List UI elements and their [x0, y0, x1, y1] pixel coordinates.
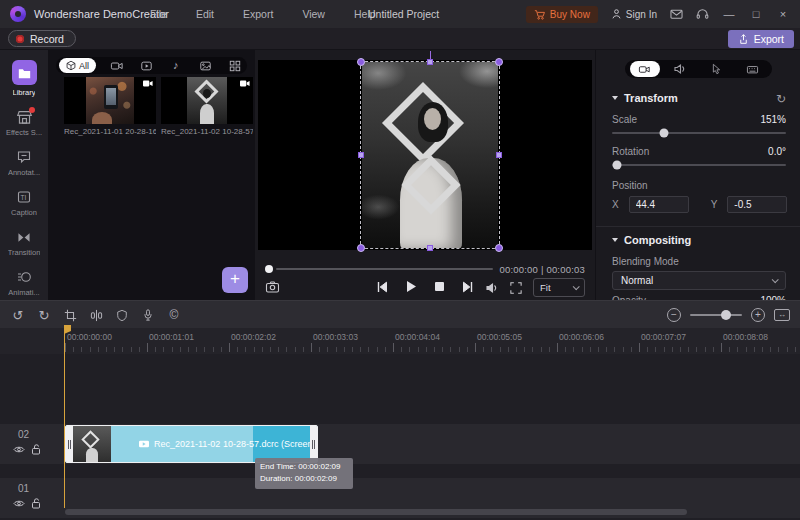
clip-trim-handle-left[interactable] [66, 426, 73, 462]
resize-handle-top-left[interactable] [357, 58, 365, 66]
clip-video-icon [139, 440, 149, 448]
zoom-out-button[interactable]: − [667, 308, 681, 322]
microphone-button[interactable] [140, 307, 156, 323]
media-tab-bar: All ♪ [56, 57, 247, 74]
fullscreen-icon[interactable] [510, 282, 522, 294]
zoom-in-button[interactable]: + [751, 308, 765, 322]
sidebar-item-label: Transition [8, 248, 41, 257]
play-button[interactable] [405, 280, 417, 293]
menu-file[interactable]: File [150, 8, 167, 20]
sign-in-button[interactable]: Sign In [611, 8, 657, 20]
mail-icon[interactable] [670, 8, 683, 20]
media-tab-audio[interactable]: ♪ [167, 60, 185, 71]
add-media-button[interactable]: + [222, 267, 248, 293]
tab-audio[interactable] [666, 61, 696, 77]
timeline: 00:00:00:00 00:00:01:01 00:00:02:02 00:0… [0, 328, 800, 520]
track-visibility-icon[interactable] [13, 445, 25, 454]
menu-edit[interactable]: Edit [196, 8, 214, 20]
tab-caption[interactable] [737, 61, 767, 77]
sidebar-item-annotations[interactable]: Annotat... [0, 149, 48, 177]
sidebar-item-transition[interactable]: Transition [0, 229, 48, 257]
support-headset-icon[interactable] [696, 8, 709, 20]
export-button[interactable]: Export [728, 30, 794, 48]
resize-handle-bottom[interactable] [427, 245, 433, 251]
buy-now-button[interactable]: Buy Now [526, 6, 598, 23]
media-clip-name: Rec_2021-11-02 10-28-57.... [161, 127, 253, 136]
playback-time: 00:00:00 | 00:00:03 [499, 264, 585, 275]
rotation-slider-handle[interactable] [613, 161, 622, 170]
sidebar-item-effects-store[interactable]: Effects S... [0, 109, 48, 137]
timeline-horizontal-scrollbar[interactable] [65, 509, 687, 515]
scrubber-handle[interactable] [265, 265, 273, 273]
menu-export[interactable]: Export [243, 8, 273, 20]
redo-button[interactable]: ↻ [36, 307, 52, 323]
next-frame-button[interactable] [462, 281, 473, 293]
zoom-slider[interactable] [690, 314, 742, 316]
track-visibility-icon[interactable] [13, 499, 25, 508]
zoom-fit-select[interactable]: Fit [533, 278, 585, 297]
reset-transform-icon[interactable]: ↻ [776, 92, 786, 106]
scale-slider[interactable] [612, 132, 786, 134]
transform-section-header[interactable]: Transform [612, 92, 678, 104]
shield-denoise-button[interactable] [114, 307, 130, 323]
sidebar-item-library[interactable]: Library [0, 60, 48, 97]
playhead[interactable] [64, 328, 65, 508]
resize-handle-bottom-right[interactable] [495, 244, 503, 252]
undo-button[interactable]: ↺ [10, 307, 26, 323]
democreator-window: Wondershare DemoCreator File Edit Export… [0, 0, 800, 520]
resize-handle-bottom-left[interactable] [357, 244, 365, 252]
stop-button[interactable] [434, 281, 445, 292]
app-logo-icon [10, 6, 26, 22]
sidebar-item-animation[interactable]: Animati... [0, 269, 48, 297]
preview-panel: 00:00:00 | 00:00:03 Fit [255, 50, 595, 300]
media-tab-all[interactable]: All [59, 58, 96, 73]
position-x-input[interactable] [629, 196, 689, 213]
preview-canvas[interactable] [258, 60, 592, 250]
resize-handle-right[interactable] [496, 152, 502, 158]
volume-icon[interactable] [486, 282, 499, 294]
zoom-slider-handle[interactable] [721, 310, 731, 320]
clip-trim-handle-right[interactable] [310, 426, 317, 462]
record-button[interactable]: Record [8, 30, 76, 47]
clip-thumbnail [73, 426, 111, 462]
rotation-slider[interactable] [612, 164, 786, 166]
track-lock-icon[interactable] [31, 444, 41, 455]
timeline-zoom-controls: − + ↔ [667, 301, 790, 329]
selection-bounding-box[interactable] [360, 61, 500, 249]
media-tab-images[interactable] [196, 60, 214, 72]
ruler-tick-label: 00:00:03:03 [313, 332, 358, 342]
scale-slider-handle[interactable] [660, 129, 669, 138]
maximize-button[interactable]: □ [749, 8, 763, 20]
fit-timeline-button[interactable]: ↔ [774, 309, 790, 321]
menu-view[interactable]: View [302, 8, 325, 20]
transform-title: Transform [624, 92, 678, 104]
media-tab-recordings[interactable] [108, 60, 126, 72]
blending-mode-select[interactable]: Normal [612, 271, 786, 290]
thumbnail-art [187, 77, 227, 124]
compositing-section-header[interactable]: Compositing [612, 234, 691, 246]
crop-button[interactable] [62, 307, 78, 323]
timeline-ruler[interactable]: 00:00:00:00 00:00:01:01 00:00:02:02 00:0… [0, 328, 800, 354]
tab-visual[interactable] [630, 61, 660, 77]
position-y-input[interactable] [727, 196, 787, 213]
media-tab-apps[interactable] [226, 60, 244, 72]
media-clip-2[interactable]: Rec_2021-11-02 10-28-57.... [161, 77, 253, 136]
track-lock-icon[interactable] [31, 498, 41, 509]
resize-handle-left[interactable] [358, 152, 364, 158]
previous-frame-button[interactable] [377, 281, 388, 293]
app-toolbar: Record Export [0, 28, 800, 50]
close-button[interactable]: × [776, 8, 790, 20]
ruler-tick-label: 00:00:02:02 [231, 332, 276, 342]
media-clip-1[interactable]: Rec_2021-11-01 20-28-16.... [64, 77, 156, 136]
sidebar-item-caption[interactable]: TI Caption [0, 189, 48, 217]
resize-handle-top[interactable] [427, 59, 433, 65]
tab-cursor[interactable] [701, 61, 731, 77]
ruler-major-ticks [65, 343, 800, 352]
split-button[interactable] [88, 307, 104, 323]
media-tab-video[interactable] [137, 60, 155, 72]
copyright-watermark-button[interactable]: © [166, 307, 182, 323]
snapshot-camera-icon[interactable] [265, 280, 280, 294]
minimize-button[interactable]: — [722, 8, 736, 20]
resize-handle-top-right[interactable] [495, 58, 503, 66]
scrubber-track[interactable] [276, 268, 493, 270]
